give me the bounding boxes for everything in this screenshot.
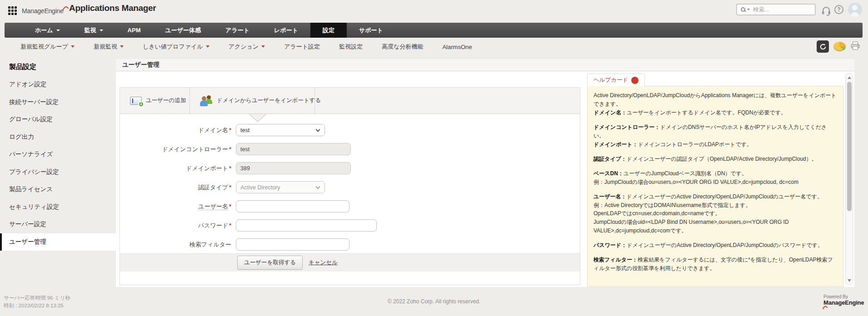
sidebar-item-user-management[interactable]: ユーザー管理 (0, 233, 116, 251)
nav-alerts[interactable]: アラート (213, 23, 262, 38)
subnav-alarmsone[interactable]: AlarmsOne (442, 44, 472, 50)
tab-strip: ユーザーの追加 ドメインからユーザーをインポートする (120, 88, 580, 114)
search-placeholder: 検索... (753, 6, 769, 14)
manageengine-logo: ManageEngine (22, 6, 69, 15)
footer-powered-by: Powered By ManageEngine (823, 294, 868, 313)
scrollbar-up-icon[interactable] (848, 76, 851, 79)
form-row: 検索フィルター (120, 238, 580, 251)
nav-user-experience[interactable]: ユーザー体感 (153, 23, 214, 38)
nav-monitor[interactable]: 監視 (72, 23, 115, 38)
user-avatar[interactable] (848, 3, 862, 17)
form-row: ドメインポート (120, 162, 580, 174)
subnav-new-monitor-group[interactable]: 新規監視グループ (20, 43, 75, 51)
form-row: 認証タイプ Active Directory (120, 181, 580, 193)
sidebar-item-product-license[interactable]: 製品ライセンス (0, 181, 116, 198)
subnav-monitor-settings[interactable]: 監視設定 (339, 43, 363, 51)
help-paragraph: 検索フィルター：検索結果をフィルターするには、文字の後に*を指定したり、Open… (594, 256, 837, 273)
nav-reports[interactable]: レポート (262, 23, 310, 38)
import-users-panel: ユーザーの追加 ドメインからユーザーをインポートする ドメイン名 test ドメ… (120, 87, 580, 285)
scrollbar-down-icon[interactable] (848, 279, 851, 282)
help-icon[interactable] (834, 5, 843, 14)
apps-grid-icon[interactable] (8, 6, 17, 15)
chevron-down-icon (316, 128, 320, 132)
search-input[interactable]: 検索... (736, 4, 816, 15)
product-title: Applications Manager (69, 3, 156, 13)
form-row: パスワード (120, 219, 580, 232)
search-scope-caret-icon (747, 9, 750, 10)
sidebar-item-personalize[interactable]: パーソナライズ (0, 146, 116, 163)
add-user-icon (130, 97, 142, 105)
sub-nav: 新規監視グループ 新規監視 しきい値プロファイル アクション アラート設定 監視… (0, 38, 868, 56)
tab-add-user[interactable]: ユーザーの追加 (120, 88, 190, 114)
help-paragraph: ベースDN：ユーザーのJumpCloudベース識別名（DN）です。 例：Jump… (594, 169, 837, 187)
content-area: ユーザーの追加 ドメインからユーザーをインポートする ドメイン名 test ドメ… (116, 71, 854, 287)
password-label: パスワード (198, 222, 228, 229)
subnav-threshold-profile[interactable]: しきい値プロファイル (143, 43, 210, 51)
import-users-form: ドメイン名 test ドメインコントローラー ドメインポート 認証タイプ Act… (120, 124, 580, 257)
refresh-icon[interactable] (817, 40, 829, 53)
sidebar-item-global-settings[interactable]: グローバル設定 (0, 111, 116, 128)
help-paragraph: パスワード：ドメインユーザーのActive Directory/OpenLDAP… (594, 241, 837, 250)
footer-brand-logo: ManageEngine (823, 300, 868, 313)
subnav-actions[interactable]: アクション (229, 43, 265, 51)
get-users-button[interactable]: ユーザーを取得する (237, 256, 303, 270)
user-name-field[interactable] (236, 200, 349, 212)
cancel-link[interactable]: キャンセル (309, 259, 338, 267)
required-asterisk (228, 165, 231, 172)
required-asterisk (228, 203, 231, 210)
subnav-icon-group (817, 40, 860, 53)
form-row: ドメイン名 test (120, 124, 580, 136)
sidebar-item-privacy-settings[interactable]: プライバシー設定 (0, 163, 116, 181)
chevron-down-icon (261, 45, 265, 48)
help-paragraph: 認証タイプ：ドメインユーザーの認証タイプ（OpenLDAP/Active Dir… (594, 155, 837, 163)
sidebar-item-log-output[interactable]: ログ出力 (0, 128, 116, 146)
subnav-alert-settings[interactable]: アラート設定 (284, 43, 320, 51)
content-scrollbar[interactable] (845, 73, 853, 285)
search-filter-field[interactable] (236, 238, 349, 251)
sidebar-item-server-settings[interactable]: サーバー設定 (0, 216, 116, 233)
chevron-down-icon (206, 45, 210, 48)
headset-support-icon[interactable] (821, 5, 832, 18)
subnav-new-monitor[interactable]: 新規監視 (94, 43, 124, 51)
password-field[interactable] (236, 219, 377, 232)
form-footer: ユーザーを取得する キャンセル (120, 253, 580, 272)
search-icon (741, 7, 745, 12)
sidebar-item-security-settings[interactable]: セキュリティ設定 (0, 198, 116, 216)
help-question-icon (631, 77, 639, 84)
sidebar-item-addon-settings[interactable]: アドオン設定 (0, 76, 116, 94)
domain-controller-label: ドメインコントローラー (162, 146, 228, 153)
sidebar: アドオン設定 接続サーバー設定 グローバル設定 ログ出力 パーソナライズ プライ… (0, 76, 116, 251)
footer-copyright: © 2022 Zoho Corp. All rights reserved. (0, 298, 868, 305)
required-asterisk (228, 184, 231, 191)
chevron-down-icon (120, 45, 124, 48)
sidebar-item-connection-server-settings[interactable]: 接続サーバー設定 (0, 94, 116, 111)
required-asterisk (228, 222, 231, 229)
domain-port-field[interactable] (236, 162, 351, 174)
pie-chart-icon[interactable] (833, 42, 846, 51)
chevron-down-icon (71, 45, 75, 48)
user-name-label: ユーザー名 (198, 203, 228, 210)
domain-name-label: ドメイン名 (198, 127, 228, 133)
help-paragraph: Active Directory/OpenLDAP/JumpCloudからApp… (594, 91, 837, 117)
domain-port-label: ドメインポート (186, 165, 228, 172)
nav-support[interactable]: サポート (347, 23, 395, 38)
main-nav: ホーム 監視 APM ユーザー体感 アラート レポート 設定 サポート (5, 23, 863, 38)
auth-type-select[interactable]: Active Directory (236, 181, 325, 193)
scrollbar-thumb[interactable] (847, 82, 852, 211)
subnav-advanced-analytics[interactable]: 高度な分析機能 (382, 43, 423, 51)
form-row: ユーザー名 (120, 200, 580, 212)
help-card-tab[interactable]: ヘルプカード (587, 74, 645, 86)
required-asterisk (228, 127, 231, 133)
printer-icon[interactable] (850, 41, 860, 52)
search-filter-label: 検索フィルター (190, 241, 231, 248)
tab-import-users-from-domain[interactable]: ドメインからユーザーをインポートする (190, 88, 315, 114)
domain-name-select[interactable]: test (236, 124, 325, 136)
top-bar: ManageEngine Applications Manager 検索... (0, 0, 868, 23)
logo-swoosh-icon (63, 6, 69, 10)
domain-controller-field[interactable] (236, 143, 351, 155)
nav-home[interactable]: ホーム (23, 23, 72, 38)
logo-swoosh-icon (823, 306, 828, 310)
users-icon (200, 95, 213, 106)
nav-apm[interactable]: APM (115, 23, 153, 38)
nav-settings[interactable]: 設定 (310, 23, 347, 38)
